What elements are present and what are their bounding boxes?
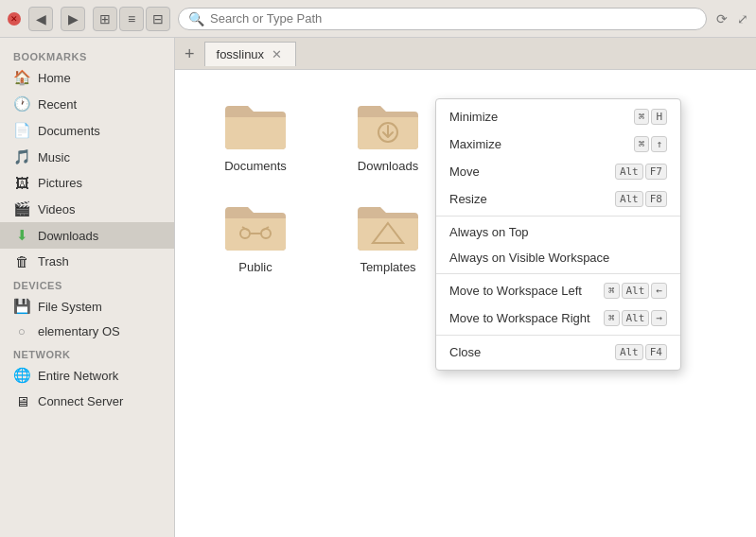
search-icon: 🔍 bbox=[188, 11, 204, 26]
expand-button[interactable]: ⤢ bbox=[737, 11, 748, 26]
devices-section-label: Devices bbox=[0, 274, 174, 293]
folder-public-icon bbox=[221, 198, 290, 254]
menu-divider-1 bbox=[436, 216, 680, 217]
menu-label-move-workspace-left: Move to Workspace Left bbox=[449, 284, 582, 298]
tab-fosslinux-label: fosslinux bbox=[217, 47, 265, 61]
menu-label-minimize: Minimize bbox=[449, 110, 498, 124]
videos-icon: 🎬 bbox=[13, 200, 30, 217]
sidebar-item-documents-label: Documents bbox=[38, 124, 100, 138]
tab-fosslinux[interactable]: fosslinux ✕ bbox=[204, 42, 297, 66]
shortcut-move-workspace-right: ⌘Alt→ bbox=[604, 310, 667, 326]
documents-icon: 📄 bbox=[13, 122, 30, 139]
sidebar-item-filesystem[interactable]: 💾 File System bbox=[0, 293, 174, 320]
sidebar: Bookmarks 🏠 Home 🕐 Recent 📄 Documents 🎵 … bbox=[0, 38, 175, 537]
sidebar-item-videos[interactable]: 🎬 Videos bbox=[0, 196, 174, 222]
elementaryos-icon: ○ bbox=[13, 324, 30, 338]
menu-item-always-on-visible[interactable]: Always on Visible Workspace bbox=[436, 245, 680, 270]
file-item-templates[interactable]: Templates bbox=[326, 190, 449, 282]
sidebar-item-entirenetwork[interactable]: 🌐 Entire Network bbox=[0, 362, 174, 389]
sidebar-item-pictures-label: Pictures bbox=[38, 176, 82, 190]
search-input[interactable] bbox=[210, 11, 696, 26]
file-area: Documents Downloads bbox=[175, 70, 756, 537]
sidebar-item-music[interactable]: 🎵 Music bbox=[0, 144, 174, 170]
recent-icon: 🕐 bbox=[13, 95, 30, 113]
sidebar-item-recent-label: Recent bbox=[38, 97, 77, 112]
menu-item-move-workspace-left[interactable]: Move to Workspace Left ⌘Alt← bbox=[436, 277, 680, 304]
file-item-documents[interactable]: Documents bbox=[194, 89, 317, 181]
sidebar-item-connectserver-label: Connect Server bbox=[38, 394, 123, 408]
menu-item-minimize[interactable]: Minimize ⌘H bbox=[436, 103, 680, 130]
sidebar-item-elementaryos[interactable]: ○ elementary OS bbox=[0, 320, 174, 343]
sidebar-item-trash[interactable]: 🗑 Trash bbox=[0, 249, 174, 274]
grid-view-button[interactable]: ⊞ bbox=[93, 7, 117, 31]
right-panel: + fosslinux ✕ Documents bbox=[175, 38, 756, 537]
menu-label-maximize: Maximize bbox=[449, 137, 501, 151]
add-tab-button[interactable]: + bbox=[175, 40, 204, 68]
tab-close-button[interactable]: ✕ bbox=[270, 48, 284, 61]
refresh-button[interactable]: ⟳ bbox=[714, 9, 730, 28]
view-toggle-group: ⊞ ≡ ⊟ bbox=[93, 7, 170, 31]
menu-label-resize: Resize bbox=[449, 192, 487, 206]
menu-label-close: Close bbox=[449, 345, 481, 359]
menu-divider-3 bbox=[436, 335, 680, 336]
sidebar-item-music-label: Music bbox=[38, 150, 70, 165]
music-icon: 🎵 bbox=[13, 148, 30, 165]
connectserver-icon: 🖥 bbox=[13, 393, 30, 409]
sidebar-item-documents[interactable]: 📄 Documents bbox=[0, 117, 174, 144]
main-layout: Bookmarks 🏠 Home 🕐 Recent 📄 Documents 🎵 … bbox=[0, 38, 756, 537]
close-window-icon[interactable]: ✕ bbox=[8, 12, 21, 26]
menu-divider-2 bbox=[436, 273, 680, 274]
menu-item-always-on-top[interactable]: Always on Top bbox=[436, 219, 680, 245]
compact-view-button[interactable]: ⊟ bbox=[146, 7, 170, 31]
trash-icon: 🗑 bbox=[13, 253, 30, 269]
network-section-label: Network bbox=[0, 343, 174, 362]
filesystem-icon: 💾 bbox=[13, 298, 30, 315]
shortcut-move-workspace-left: ⌘Alt← bbox=[604, 283, 667, 299]
sidebar-item-home[interactable]: 🏠 Home bbox=[0, 64, 174, 91]
list-view-button[interactable]: ≡ bbox=[119, 7, 144, 31]
shortcut-maximize: ⌘↑ bbox=[634, 136, 667, 152]
search-bar: 🔍 bbox=[178, 8, 707, 30]
menu-item-close[interactable]: Close AltF4 bbox=[436, 338, 680, 366]
titlebar: ✕ ◀ ▶ ⊞ ≡ ⊟ 🔍 ⟳ ⤢ bbox=[0, 0, 756, 38]
file-item-downloads[interactable]: Downloads bbox=[326, 89, 449, 181]
menu-label-move-workspace-right: Move to Workspace Right bbox=[449, 311, 590, 325]
entirenetwork-icon: 🌐 bbox=[13, 367, 30, 384]
menu-label-always-on-visible: Always on Visible Workspace bbox=[449, 251, 609, 265]
bookmarks-section-label: Bookmarks bbox=[0, 45, 174, 64]
folder-documents-icon bbox=[221, 96, 290, 153]
sidebar-item-elementaryos-label: elementary OS bbox=[38, 324, 120, 338]
context-menu: Minimize ⌘H Maximize ⌘↑ Move AltF7 Resiz… bbox=[435, 98, 681, 371]
sidebar-item-downloads-label: Downloads bbox=[38, 229, 98, 243]
sidebar-item-home-label: Home bbox=[38, 71, 71, 85]
back-button[interactable]: ◀ bbox=[28, 7, 53, 31]
tabbar: + fosslinux ✕ bbox=[175, 38, 756, 70]
sidebar-item-downloads[interactable]: ⬇ Downloads bbox=[0, 222, 174, 249]
file-label-downloads: Downloads bbox=[358, 159, 418, 173]
downloads-icon: ⬇ bbox=[13, 227, 30, 244]
sidebar-item-trash-label: Trash bbox=[38, 254, 69, 268]
shortcut-minimize: ⌘H bbox=[634, 109, 667, 125]
pictures-icon: 🖼 bbox=[13, 175, 30, 191]
shortcut-resize: AltF8 bbox=[615, 191, 667, 207]
home-icon: 🏠 bbox=[13, 69, 30, 86]
shortcut-move: AltF7 bbox=[615, 164, 667, 180]
menu-label-move: Move bbox=[449, 165, 480, 179]
menu-item-maximize[interactable]: Maximize ⌘↑ bbox=[436, 130, 680, 158]
file-item-public[interactable]: Public bbox=[194, 190, 317, 282]
file-label-documents: Documents bbox=[224, 159, 287, 173]
sidebar-item-videos-label: Videos bbox=[38, 202, 76, 217]
forward-button[interactable]: ▶ bbox=[61, 7, 85, 31]
shortcut-close: AltF4 bbox=[615, 344, 667, 360]
menu-item-move[interactable]: Move AltF7 bbox=[436, 158, 680, 185]
folder-downloads-icon bbox=[354, 96, 422, 153]
file-label-templates: Templates bbox=[360, 260, 415, 274]
sidebar-item-connectserver[interactable]: 🖥 Connect Server bbox=[0, 389, 174, 414]
sidebar-item-filesystem-label: File System bbox=[38, 300, 102, 314]
sidebar-item-pictures[interactable]: 🖼 Pictures bbox=[0, 170, 174, 196]
sidebar-item-entirenetwork-label: Entire Network bbox=[38, 369, 118, 383]
menu-item-move-workspace-right[interactable]: Move to Workspace Right ⌘Alt→ bbox=[436, 304, 680, 332]
menu-item-resize[interactable]: Resize AltF8 bbox=[436, 185, 680, 213]
folder-templates-icon bbox=[354, 198, 422, 254]
sidebar-item-recent[interactable]: 🕐 Recent bbox=[0, 91, 174, 117]
